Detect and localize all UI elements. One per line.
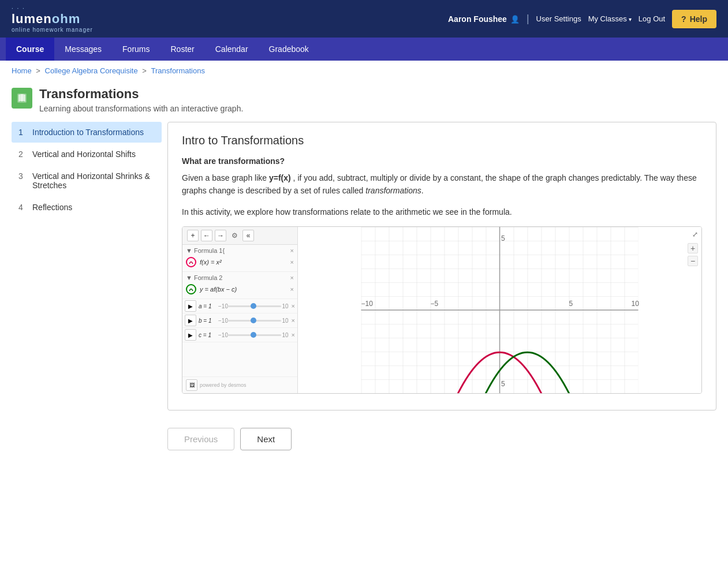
slider-a-close[interactable]: × — [292, 303, 295, 309]
slider-b-close[interactable]: × — [292, 317, 295, 324]
breadcrumb-home[interactable]: Home — [12, 66, 32, 75]
formula-2-color-icon[interactable] — [186, 284, 196, 294]
graph-svg-area[interactable]: 10 −10 −5 5 5 5 ⤢ + − — [298, 227, 701, 393]
header: · · · lumenohm online homework manager A… — [0, 0, 728, 38]
nav-item-messages[interactable]: Messages — [54, 38, 112, 61]
slider-a-track[interactable] — [226, 305, 281, 307]
sidebar-item-2[interactable]: 2 Vertical and Horizontal Shifts — [12, 144, 162, 165]
formula-1-curve-icon — [188, 259, 194, 265]
formula-2-expression[interactable]: y = af(bx − c) — [200, 286, 237, 293]
slider-a-thumb[interactable] — [251, 303, 256, 309]
nav-item-forums[interactable]: Forums — [112, 38, 160, 61]
content-paragraph-2: In this activity, we explore how transfo… — [182, 206, 702, 218]
slider-b-play-button[interactable]: ▶ — [185, 315, 196, 326]
zoom-out-button[interactable]: − — [688, 256, 698, 266]
page-title: Transformations — [39, 87, 243, 102]
svg-text:5: 5 — [501, 234, 505, 242]
content-section-title: What are transformations? — [182, 156, 702, 166]
expand-graph-button[interactable]: ⤢ — [692, 230, 698, 238]
graph-footer: 🖼 powered by desmos — [182, 376, 297, 393]
slider-c-track[interactable] — [226, 334, 281, 336]
help-label: Help — [690, 14, 707, 24]
page-subtitle: Learning about transformations with an i… — [39, 104, 243, 113]
sidebar-item-3-label: Vertical and Horizontal Shrinks & Stretc… — [32, 171, 155, 190]
slider-b-track-container: −10 10 — [218, 318, 289, 324]
graph-toolbar: + ← → ⚙ « — [182, 227, 297, 245]
my-classes-chevron-down-icon — [629, 14, 632, 23]
nav-buttons: Previous Next — [0, 416, 728, 462]
sidebar-item-3-number: 3 — [18, 171, 28, 181]
graph-left-panel: + ← → ⚙ « ▼ Formula 1{ × — [182, 227, 298, 393]
slider-c-row: ▶ c = 1 −10 10 × — [182, 328, 297, 342]
formula-1-toggle[interactable]: ▼ Formula 1{ — [186, 247, 225, 254]
formula-1-expression[interactable]: f(x) = x² — [200, 259, 222, 266]
breadcrumb-current[interactable]: Transformations — [151, 66, 205, 75]
redo-button[interactable]: → — [215, 230, 226, 241]
image-button[interactable]: 🖼 — [186, 379, 197, 391]
help-question-icon: ? — [681, 14, 686, 24]
zoom-in-button[interactable]: + — [688, 243, 698, 253]
content-paragraph-1: Given a base graph like y=f(x) , if you … — [182, 171, 702, 197]
formula-1-row: f(x) = x² × — [186, 255, 294, 269]
slider-c-thumb[interactable] — [251, 332, 256, 338]
formula-2-row: y = af(bx − c) × — [186, 282, 294, 296]
nav-bar: Course Messages Forums Roster Calendar G… — [0, 38, 728, 61]
breadcrumb-course[interactable]: College Algebra Corequisite — [45, 66, 138, 75]
collapse-button[interactable]: « — [242, 230, 254, 241]
formula-1-group: ▼ Formula 1{ × f(x) = x² × — [182, 245, 297, 272]
user-settings-link[interactable]: User Settings — [536, 14, 581, 23]
formula-2-toggle[interactable]: ▼ Formula 2 — [186, 274, 222, 281]
slider-c-play-button[interactable]: ▶ — [185, 329, 196, 341]
slider-b-thumb[interactable] — [251, 318, 256, 323]
formula-2-group: ▼ Formula 2 × y = af(bx − c) × — [182, 272, 297, 299]
sidebar-item-1-label: Introduction to Transformations — [32, 128, 144, 137]
slider-a-track-container: −10 10 — [218, 303, 289, 309]
settings-icon[interactable]: ⚙ — [229, 230, 240, 241]
nav-item-gradebook[interactable]: Gradebook — [259, 38, 319, 61]
formula-1-close[interactable]: × — [290, 247, 294, 254]
nav-item-calendar[interactable]: Calendar — [205, 38, 259, 61]
undo-button[interactable]: ← — [201, 230, 212, 241]
sidebar-item-3[interactable]: 3 Vertical and Horizontal Shrinks & Stre… — [12, 166, 162, 196]
previous-button[interactable]: Previous — [167, 428, 234, 450]
powered-by-label: powered by desmos — [200, 382, 247, 388]
logo-dots: · · · — [12, 5, 93, 12]
nav-item-roster[interactable]: Roster — [160, 38, 205, 61]
svg-text:10: 10 — [632, 300, 640, 308]
sidebar-item-4[interactable]: 4 Reflections — [12, 197, 162, 218]
slider-a-min-label: −10 — [218, 303, 225, 309]
sidebar-item-1[interactable]: 1 Introduction to Transformations — [12, 122, 162, 143]
formula-2-header: ▼ Formula 2 × — [186, 274, 294, 281]
my-classes-label: My Classes — [588, 14, 627, 23]
graph-svg: 10 −10 −5 5 5 5 — [298, 227, 701, 393]
main-layout: 1 Introduction to Transformations 2 Vert… — [0, 116, 728, 416]
slider-a-play-button[interactable]: ▶ — [185, 300, 196, 312]
slider-c-min-label: −10 — [218, 332, 225, 338]
formula-2-expr-close[interactable]: × — [290, 286, 294, 293]
help-button[interactable]: ? Help — [672, 10, 716, 28]
nav-item-course[interactable]: Course — [6, 38, 54, 61]
graph-container: + ← → ⚙ « ▼ Formula 1{ × — [182, 226, 702, 394]
logout-link[interactable]: Log Out — [639, 14, 665, 23]
add-expression-button[interactable]: + — [187, 230, 199, 241]
formula-1-color-icon[interactable] — [186, 257, 196, 267]
slider-c-label: c = 1 — [199, 332, 216, 338]
slider-a-label: a = 1 — [199, 303, 216, 309]
svg-text:5: 5 — [501, 380, 505, 388]
page-title-text: Transformations Learning about transform… — [39, 87, 243, 113]
formula-1-expr-close[interactable]: × — [290, 259, 294, 266]
formula-1-header: ▼ Formula 1{ × — [186, 247, 294, 254]
header-right: Aaron Foushee | User Settings My Classes… — [448, 10, 716, 28]
svg-text:−5: −5 — [431, 300, 439, 308]
sidebar-item-2-number: 2 — [18, 150, 28, 159]
content-area: Intro to Transformations What are transf… — [167, 122, 716, 410]
slider-b-track[interactable] — [226, 320, 281, 322]
logo: · · · lumenohm online homework manager — [12, 5, 93, 33]
slider-b-max-label: 10 — [282, 318, 289, 324]
slider-b-row: ▶ b = 1 −10 10 × — [182, 314, 297, 328]
my-classes-link[interactable]: My Classes — [588, 14, 632, 23]
formula-2-close[interactable]: × — [290, 274, 294, 281]
slider-c-close[interactable]: × — [292, 331, 295, 338]
next-button[interactable]: Next — [240, 428, 292, 450]
sidebar-item-4-label: Reflections — [32, 203, 72, 212]
